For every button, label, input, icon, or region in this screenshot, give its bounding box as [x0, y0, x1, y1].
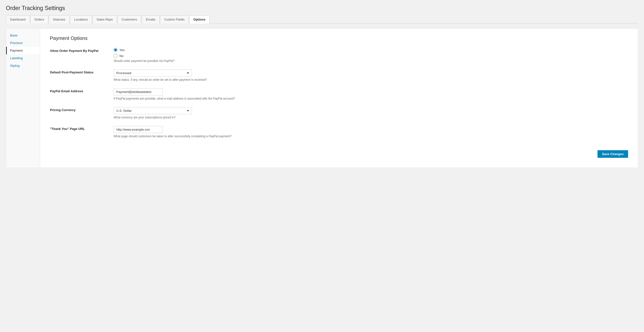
radio-no-label: No	[120, 54, 124, 58]
tab-orders[interactable]: Orders	[30, 15, 48, 23]
radio-yes[interactable]: Yes	[114, 48, 628, 52]
label-allow-paypal: Allow Order Payment By PayPal	[50, 48, 114, 53]
hint-paypal-email: If PayPal payments are possible, what e-…	[114, 97, 628, 100]
form-row-paypal: Allow Order Payment By PayPal Yes No Sho…	[50, 48, 628, 63]
tab-emails[interactable]: Emails	[142, 15, 160, 23]
label-paypal-email: PayPal Email Address	[50, 88, 114, 93]
content-area: Basic Premium Payment Labelling Styling …	[6, 28, 638, 168]
radio-no[interactable]: No	[114, 54, 628, 58]
tab-custom-fields[interactable]: Custom Fields	[160, 15, 189, 23]
sidebar: Basic Premium Payment Labelling Styling	[6, 28, 40, 168]
input-paypal-email[interactable]	[114, 88, 162, 95]
hint-default-status: What status, if any, should an order be …	[114, 78, 628, 81]
sidebar-item-labelling[interactable]: Labelling	[6, 54, 40, 62]
save-button[interactable]: Save Changes	[598, 150, 628, 158]
form-row-currency: Pricing Currency U.S. Dollar Euro Britis…	[50, 107, 628, 119]
label-pricing-currency: Pricing Currency	[50, 107, 114, 112]
sidebar-item-styling[interactable]: Styling	[6, 62, 40, 69]
sidebar-item-payment[interactable]: Payment	[6, 47, 40, 54]
tab-locations[interactable]: Locations	[70, 15, 92, 23]
label-thankyou-url: "Thank You" Page URL	[50, 126, 114, 131]
main-panel: Payment Options Allow Order Payment By P…	[40, 28, 638, 168]
sidebar-item-premium[interactable]: Premium	[6, 39, 40, 47]
hint-allow-paypal: Should order payment be possible via Pay…	[114, 59, 628, 63]
control-pricing-currency: U.S. Dollar Euro British Pound Canadian …	[114, 107, 628, 119]
control-paypal-email: If PayPal payments are possible, what e-…	[114, 88, 628, 100]
input-thankyou-url[interactable]	[114, 126, 162, 133]
tab-sales-reps[interactable]: Sales Reps	[92, 15, 117, 23]
footer-row: Save Changes	[50, 145, 628, 158]
control-thankyou-url: What page should customers be taken to a…	[114, 126, 628, 138]
tabs-nav: Dashboard Orders Statuses Locations Sale…	[6, 15, 638, 23]
label-default-status: Default Post-Payment Status	[50, 69, 114, 74]
radio-yes-label: Yes	[120, 48, 124, 52]
control-default-status: Processed Pending Completed Cancelled Wh…	[114, 69, 628, 81]
select-default-status[interactable]: Processed Pending Completed Cancelled	[114, 69, 192, 77]
radio-group-paypal: Yes No	[114, 48, 628, 58]
radio-yes-input[interactable]	[114, 48, 118, 52]
hint-pricing-currency: What currency are your subscriptions pri…	[114, 116, 628, 119]
page-title: Order Tracking Settings	[6, 5, 638, 11]
page-wrapper: Order Tracking Settings Dashboard Orders…	[0, 0, 644, 173]
control-allow-paypal: Yes No Should order payment be possible …	[114, 48, 628, 63]
radio-no-input[interactable]	[114, 54, 118, 58]
sidebar-item-basic[interactable]: Basic	[6, 31, 40, 39]
section-title: Payment Options	[50, 35, 628, 41]
tab-options[interactable]: Options	[189, 15, 210, 23]
form-row-thankyou: "Thank You" Page URL What page should cu…	[50, 126, 628, 138]
form-row-status: Default Post-Payment Status Processed Pe…	[50, 69, 628, 81]
hint-thankyou-url: What page should customers be taken to a…	[114, 135, 628, 138]
select-pricing-currency[interactable]: U.S. Dollar Euro British Pound Canadian …	[114, 107, 192, 114]
tab-customers[interactable]: Customers	[118, 15, 141, 23]
form-row-email: PayPal Email Address If PayPal payments …	[50, 88, 628, 100]
tab-dashboard[interactable]: Dashboard	[6, 15, 30, 23]
tab-statuses[interactable]: Statuses	[49, 15, 70, 23]
